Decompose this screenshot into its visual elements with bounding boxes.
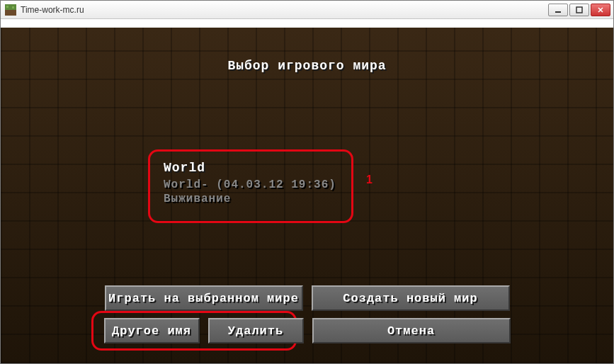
svg-rect-4 — [555, 11, 561, 13]
button-row-2: Другое имя Удалить Отмена — [1, 318, 613, 343]
world-list-item[interactable]: World World- (04.03.12 19:36) Выживание — [155, 155, 345, 212]
svg-rect-2 — [6, 6, 8, 8]
title-left: Time-work-mc.ru — [5, 4, 84, 16]
window-frame: Time-work-mc.ru Выбор игрового мира Worl… — [0, 0, 614, 364]
world-detail: World- (04.03.12 19:36) — [164, 178, 336, 192]
window-controls — [548, 4, 613, 16]
world-name: World — [164, 161, 336, 175]
svg-rect-1 — [5, 10, 16, 16]
button-row-1: Играть на выбранном мире Создать новый м… — [1, 285, 613, 311]
svg-rect-5 — [576, 7, 582, 13]
app-icon — [5, 4, 16, 16]
world-mode: Выживание — [164, 192, 336, 206]
rename-button[interactable]: Другое имя — [104, 318, 200, 343]
create-new-button[interactable]: Создать новый мир — [312, 285, 510, 311]
cancel-button[interactable]: Отмена — [312, 318, 511, 343]
screen-title: Выбор игрового мира — [1, 59, 613, 73]
play-selected-button[interactable]: Играть на выбранном мире — [105, 285, 303, 311]
maximize-button[interactable] — [569, 4, 589, 16]
delete-button[interactable]: Удалить — [208, 318, 304, 343]
annotation-number-1: 1 — [366, 174, 373, 186]
game-area: Выбор игрового мира World World- (04.03.… — [1, 28, 613, 363]
button-area: Играть на выбранном мире Создать новый м… — [1, 285, 613, 363]
minimize-button[interactable] — [548, 4, 568, 16]
titlebar: Time-work-mc.ru — [1, 1, 613, 19]
close-button[interactable] — [591, 4, 610, 16]
window-title: Time-work-mc.ru — [21, 5, 84, 15]
svg-rect-3 — [12, 6, 14, 8]
